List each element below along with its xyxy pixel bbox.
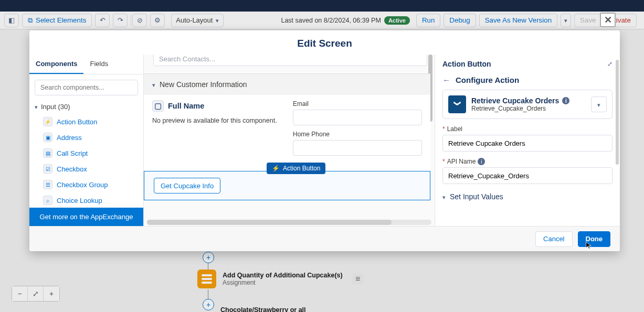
tab-components[interactable]: Components — [29, 55, 83, 74]
v-scrollbar-thumb[interactable] — [616, 60, 619, 165]
info-icon[interactable]: i — [562, 97, 569, 104]
h-scrollbar[interactable] — [147, 220, 431, 225]
component-label: Call Script — [57, 149, 88, 157]
no-preview-text: No preview is available for this compone… — [152, 117, 281, 124]
modal-title: Edit Screen — [29, 30, 620, 55]
search-components-input[interactable] — [35, 80, 138, 95]
info-icon[interactable]: i — [478, 158, 485, 165]
section-toggle[interactable]: New Customer Information — [144, 74, 430, 95]
label-input[interactable] — [442, 135, 613, 152]
label-field-label: Label — [447, 125, 462, 133]
h-scrollbar-thumb[interactable] — [147, 220, 392, 225]
expand-icon[interactable]: ⤢ — [607, 60, 613, 68]
action-api-name: Retrieve_Cupcake_Orders — [471, 105, 586, 112]
api-name-input[interactable] — [442, 167, 613, 184]
section-title: New Customer Information — [160, 80, 247, 89]
component-call-script[interactable]: ▤Call Script — [29, 145, 143, 161]
component-label: Action Button — [57, 118, 97, 126]
screen-canvas: Search Contacts... New Customer Informat… — [144, 55, 435, 226]
bolt-icon: ⚡ — [272, 165, 280, 172]
action-button-chip: ⚡ Action Button — [267, 163, 325, 174]
component-choice-lookup[interactable]: ⌕Choice Lookup — [29, 192, 143, 208]
panel-subtitle: Configure Action — [456, 76, 519, 84]
edit-screen-modal: Edit Screen Components Fields 🔍 Input (3… — [29, 30, 620, 251]
location-icon: ▣ — [43, 133, 52, 142]
component-list: ⚡Action Button ▣Address ▤Call Script ☑Ch… — [29, 114, 143, 208]
selected-action-card: Retrieve Cupcake Orders i Retrieve_Cupca… — [442, 90, 613, 119]
tab-fields[interactable]: Fields — [83, 55, 114, 74]
get-cupcake-info-button[interactable]: Get Cupcake Info — [154, 178, 220, 193]
set-input-values-label: Set Input Values — [450, 192, 503, 201]
chevron-down-icon — [442, 192, 446, 201]
panel-title: Action Button — [442, 60, 491, 68]
checkbox-group-icon: ☰ — [43, 180, 52, 189]
search-contacts-input[interactable]: Search Contacts... — [153, 55, 427, 66]
chevron-down-icon — [35, 103, 38, 111]
text-icon: ▢ — [152, 100, 164, 112]
component-checkbox-group[interactable]: ☰Checkbox Group — [29, 177, 143, 192]
back-arrow-icon[interactable]: ← — [442, 76, 450, 84]
component-label: Checkbox — [57, 165, 87, 173]
done-button[interactable]: Done — [578, 231, 611, 247]
email-label: Email — [293, 100, 422, 107]
component-action-button[interactable]: ⚡Action Button — [29, 114, 143, 130]
close-modal-icon[interactable]: ✕ — [600, 13, 616, 27]
appexchange-link[interactable]: Get more on the AppExchange — [29, 208, 143, 226]
component-label: Checkbox Group — [57, 181, 108, 189]
component-label: Choice Lookup — [57, 197, 102, 205]
email-input[interactable] — [293, 110, 422, 125]
script-icon: ▤ — [43, 148, 52, 158]
input-group-toggle[interactable]: Input (30) — [29, 101, 143, 114]
group-label: Input (30) — [41, 103, 70, 111]
component-address[interactable]: ▣Address — [29, 130, 143, 145]
full-name-label: Full Name — [168, 102, 204, 110]
action-dropdown[interactable] — [591, 96, 607, 112]
property-panel: Action Button ⤢ ← Configure Action Retri… — [435, 55, 620, 226]
phone-label: Home Phone — [293, 131, 422, 138]
cancel-button[interactable]: Cancel — [535, 231, 572, 247]
api-name-field-label: API Name — [447, 158, 476, 165]
phone-input[interactable] — [293, 140, 422, 156]
set-input-values-toggle[interactable]: Set Input Values — [435, 190, 620, 201]
action-title: Retrieve Cupcake Orders — [471, 96, 559, 105]
component-label: Address — [57, 134, 82, 142]
mouse-cursor — [585, 241, 594, 252]
flow-icon — [448, 95, 466, 113]
checkbox-icon: ☑ — [43, 164, 52, 174]
chip-label: Action Button — [283, 165, 320, 172]
chevron-down-icon — [152, 80, 155, 89]
components-panel: Components Fields 🔍 Input (30) ⚡Action B… — [29, 55, 144, 226]
bolt-icon: ⚡ — [43, 117, 52, 126]
selected-component-area[interactable]: Get Cupcake Info — [144, 171, 430, 200]
component-checkbox[interactable]: ☑Checkbox — [29, 161, 143, 177]
lookup-icon: ⌕ — [43, 196, 52, 205]
chevron-down-icon — [597, 100, 600, 109]
